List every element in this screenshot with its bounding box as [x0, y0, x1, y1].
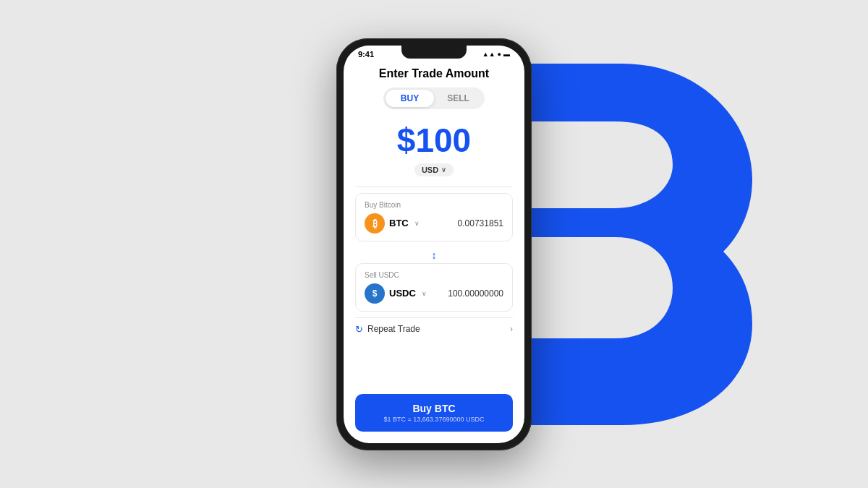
signal-icon: ▲▲ — [482, 51, 495, 58]
btc-chevron-icon: ∨ — [414, 220, 420, 227]
buy-trade-row: ₿ BTC ∨ 0.00731851 — [365, 213, 503, 234]
screen-title: Enter Trade Amount — [355, 67, 513, 80]
buy-button-sub-label: $1 BTC = 13,663.37690000 USDC — [364, 416, 504, 423]
repeat-chevron-icon: › — [510, 324, 513, 334]
repeat-trade-label: Repeat Trade — [367, 324, 420, 334]
phone-screen: 9:41 ▲▲ ● ▬ Enter Trade Amount BUY SELL — [344, 46, 524, 443]
screen-content: Enter Trade Amount BUY SELL $100 USD ∨ — [344, 60, 524, 443]
repeat-trade-row[interactable]: ↻ Repeat Trade › — [355, 317, 513, 341]
swap-arrow-container: ↕ — [355, 247, 513, 263]
usdc-chevron-icon: ∨ — [422, 290, 427, 297]
phone-frame: 9:41 ▲▲ ● ▬ Enter Trade Amount BUY SELL — [336, 38, 532, 450]
btc-amount: 0.00731851 — [458, 218, 503, 228]
currency-selector[interactable]: USD ∨ — [414, 163, 454, 176]
buy-btc-button[interactable]: Buy BTC $1 BTC = 13,663.37690000 USDC — [355, 394, 513, 432]
repeat-trade-left: ↻ Repeat Trade — [355, 324, 420, 335]
btc-icon: ₿ — [365, 213, 385, 234]
amount-section: $100 USD ∨ — [355, 116, 513, 181]
buy-bitcoin-section: Buy Bitcoin ₿ BTC ∨ 0.00731851 — [355, 193, 513, 241]
sell-trade-row: $ USDC ∨ 100.00000000 — [365, 283, 503, 304]
sell-toggle-button[interactable]: SELL — [434, 90, 482, 107]
buy-section-label: Buy Bitcoin — [365, 201, 503, 209]
wifi-icon: ● — [498, 51, 501, 58]
phone-notch — [401, 46, 467, 59]
usdc-coin-selector[interactable]: $ USDC ∨ — [365, 283, 427, 304]
usdc-icon: $ — [365, 283, 385, 304]
phone-wrapper: 9:41 ▲▲ ● ▬ Enter Trade Amount BUY SELL — [336, 38, 532, 450]
status-time: 9:41 — [358, 50, 374, 59]
buy-button-main-label: Buy BTC — [364, 403, 504, 414]
usdc-amount: 100.00000000 — [448, 288, 503, 299]
currency-label: USD — [422, 166, 438, 174]
btc-coin-selector[interactable]: ₿ BTC ∨ — [365, 213, 420, 234]
buy-toggle-button[interactable]: BUY — [386, 90, 434, 107]
sell-section-label: Sell USDC — [365, 271, 503, 279]
currency-chevron-icon: ∨ — [441, 166, 446, 174]
divider-1 — [355, 187, 513, 187]
amount-display: $100 — [355, 124, 513, 157]
screen-header: Enter Trade Amount BUY SELL — [355, 67, 513, 109]
btc-coin-name: BTC — [389, 218, 409, 228]
repeat-icon: ↻ — [355, 324, 363, 335]
status-icons: ▲▲ ● ▬ — [482, 51, 510, 58]
battery-icon: ▬ — [503, 51, 510, 58]
sell-usdc-section: Sell USDC $ USDC ∨ 100.00000000 — [355, 263, 513, 312]
buy-sell-toggle: BUY SELL — [383, 87, 485, 109]
usdc-coin-name: USDC — [389, 288, 416, 299]
swap-arrow-icon[interactable]: ↕ — [432, 249, 437, 261]
